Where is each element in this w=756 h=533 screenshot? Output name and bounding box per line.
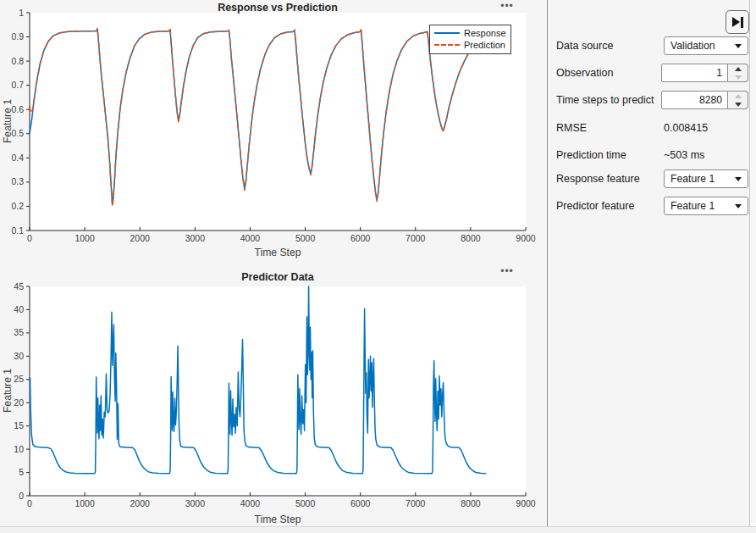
observation-spinner: 1	[661, 64, 748, 82]
svg-text:40: 40	[14, 304, 24, 314]
prediction-time-label: Prediction time	[556, 146, 626, 164]
arrow-down-icon	[735, 103, 742, 107]
data-source-value: Validation	[665, 40, 735, 52]
response-line-sample	[434, 32, 460, 34]
legend-entry-prediction: Prediction	[434, 39, 506, 51]
svg-text:2000: 2000	[130, 498, 151, 508]
arrow-up-icon	[735, 94, 742, 98]
observation-arrows	[728, 64, 748, 82]
time-steps-row: Time steps to predict 8280	[548, 91, 750, 109]
svg-text:0.1: 0.1	[11, 225, 24, 236]
svg-text:0.9: 0.9	[11, 31, 24, 42]
legend-label: Response	[460, 28, 506, 38]
predictor-data-chart: 0510152025303540450100020003000400050006…	[0, 259, 547, 533]
predictor-feature-row: Predictor feature Feature 1	[548, 197, 750, 215]
svg-text:7000: 7000	[406, 498, 426, 508]
response-feature-row: Response feature Feature 1	[548, 169, 750, 188]
svg-text:35: 35	[14, 327, 24, 337]
prediction-time-row: Prediction time ~503 ms	[548, 146, 750, 164]
svg-text:0.4: 0.4	[11, 153, 24, 163]
svg-text:7000: 7000	[406, 233, 426, 243]
svg-text:6000: 6000	[350, 233, 371, 243]
svg-text:9000: 9000	[516, 233, 536, 243]
window-right-edge	[749, 0, 756, 533]
svg-text:0.3: 0.3	[11, 176, 24, 186]
svg-text:4000: 4000	[240, 498, 261, 508]
x-axis-label: Time Step	[30, 247, 526, 258]
time-steps-decrement-button[interactable]	[728, 100, 748, 108]
response-feature-label: Response feature	[556, 169, 640, 188]
chevron-down-icon	[735, 177, 742, 181]
svg-text:1000: 1000	[74, 233, 95, 243]
response-vs-prediction-chart: 0.10.20.30.40.50.60.70.80.91010002000300…	[0, 0, 547, 259]
time-steps-label: Time steps to predict	[556, 91, 654, 109]
svg-text:25: 25	[14, 374, 24, 384]
time-steps-arrows	[728, 91, 748, 109]
svg-text:5000: 5000	[295, 233, 316, 243]
axes-options-ellipsis-icon[interactable]: •••	[496, 266, 518, 278]
svg-text:45: 45	[14, 281, 24, 291]
svg-text:6000: 6000	[350, 498, 371, 508]
rmse-row: RMSE 0.008415	[548, 119, 750, 137]
data-source-row: Data source Validation	[548, 36, 750, 55]
legend: Response Prediction	[429, 25, 511, 54]
data-source-label: Data source	[556, 36, 613, 55]
chevron-down-icon	[735, 204, 742, 208]
observation-increment-button[interactable]	[728, 64, 748, 73]
svg-text:8000: 8000	[461, 233, 481, 243]
svg-text:20: 20	[14, 397, 24, 408]
control-panel: Data source Validation Observation 1 Tim…	[547, 0, 749, 533]
time-steps-increment-button[interactable]	[728, 92, 748, 100]
svg-text:0: 0	[19, 491, 24, 501]
svg-text:0: 0	[27, 498, 32, 508]
rmse-value: 0.008415	[664, 119, 708, 137]
svg-text:1000: 1000	[74, 498, 95, 508]
svg-text:3000: 3000	[185, 498, 206, 508]
svg-text:5: 5	[19, 467, 24, 477]
svg-text:5000: 5000	[295, 498, 316, 508]
data-source-dropdown[interactable]: Validation	[664, 36, 748, 55]
svg-text:8000: 8000	[461, 498, 481, 508]
response-feature-value: Feature 1	[665, 173, 735, 185]
prediction-line-sample	[434, 44, 460, 46]
axes-options-ellipsis-icon[interactable]: •••	[496, 1, 518, 13]
window-bottom-edge	[0, 526, 756, 533]
svg-text:0.8: 0.8	[11, 56, 24, 66]
predictor-chart-canvas: 0510152025303540450100020003000400050006…	[0, 259, 547, 533]
svg-text:2000: 2000	[130, 233, 151, 243]
chart-title: Predictor Data	[30, 271, 526, 283]
observation-field[interactable]: 1	[661, 64, 728, 82]
y-axis-label: Feature 1	[2, 99, 14, 143]
skip-to-end-icon-bar	[741, 17, 743, 28]
chart-title: Response vs Prediction	[30, 2, 526, 14]
chevron-down-icon	[735, 44, 742, 48]
skip-to-end-icon	[732, 17, 740, 27]
predictor-feature-label: Predictor feature	[556, 197, 634, 215]
svg-text:0.7: 0.7	[11, 80, 24, 90]
arrow-down-icon	[735, 75, 742, 80]
svg-text:1: 1	[19, 8, 24, 18]
y-axis-label: Feature 1	[2, 369, 14, 413]
observation-decrement-button[interactable]	[728, 73, 748, 81]
svg-text:10: 10	[14, 444, 24, 454]
observation-label: Observation	[556, 64, 613, 82]
predictor-feature-value: Feature 1	[665, 200, 735, 212]
svg-text:30: 30	[14, 351, 24, 361]
predictor-feature-dropdown[interactable]: Feature 1	[664, 197, 748, 215]
time-steps-spinner: 8280	[661, 91, 748, 109]
legend-entry-response: Response	[434, 27, 506, 39]
rmse-label: RMSE	[556, 119, 587, 137]
observation-row: Observation 1	[548, 64, 750, 82]
x-axis-label: Time Step	[30, 514, 526, 525]
svg-text:9000: 9000	[516, 498, 536, 508]
svg-text:0.2: 0.2	[11, 201, 24, 211]
svg-text:15: 15	[14, 420, 24, 430]
run-to-end-button[interactable]	[726, 10, 749, 34]
time-steps-field[interactable]: 8280	[661, 91, 728, 109]
response-feature-dropdown[interactable]: Feature 1	[664, 169, 748, 188]
svg-text:3000: 3000	[185, 233, 206, 243]
svg-text:4000: 4000	[240, 233, 261, 243]
arrow-up-icon	[735, 67, 742, 71]
svg-text:0: 0	[27, 233, 32, 243]
legend-label: Prediction	[460, 40, 505, 50]
